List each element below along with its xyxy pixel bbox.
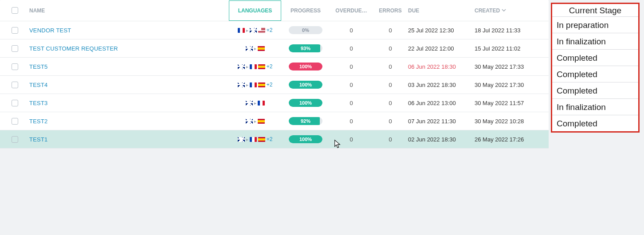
row-checkbox[interactable] (12, 136, 18, 143)
project-name-link[interactable]: TEST5 (29, 63, 47, 70)
errors-cell: 0 (373, 27, 408, 34)
due-cell: 03 Jun 2022 18:30 (408, 82, 475, 88)
project-name-cell: TEST4 (25, 82, 229, 88)
row-select-cell[interactable] (4, 27, 25, 34)
project-name-link[interactable]: TEST1 (29, 136, 47, 143)
errors-cell: 0 (373, 118, 408, 125)
row-checkbox[interactable] (12, 100, 18, 106)
row-checkbox[interactable] (12, 45, 18, 52)
col-header-name[interactable]: NAME (25, 8, 229, 14)
languages-cell[interactable]: ▸+2 (229, 136, 281, 142)
flag-fr-icon (258, 101, 265, 106)
stage-item: In preparation (552, 17, 638, 33)
errors-cell: 0 (373, 100, 408, 106)
progress-pill: 100% (289, 99, 322, 107)
project-name-link[interactable]: VENDOR TEST (29, 27, 71, 34)
created-cell: 30 May 2022 11:57 (475, 100, 541, 106)
languages-cell[interactable]: ▸ (229, 101, 281, 106)
languages-cell[interactable]: ▸ (229, 119, 281, 124)
overdue-cell: 0 (330, 82, 373, 88)
flag-fr-icon (250, 64, 257, 69)
col-header-created[interactable]: CREATED (475, 8, 541, 14)
table-header: NAME LANGUAGES PROGRESS OVERDUE… ERRORS … (0, 0, 549, 21)
flag-es-icon (258, 119, 265, 124)
project-name-link[interactable]: TEST CUSTOMER REQUESTER (29, 45, 118, 52)
flag-us-icon (258, 28, 265, 33)
arrow-right-icon: ▸ (246, 28, 248, 33)
progress-cell: 100% (281, 81, 330, 89)
chevron-down-icon (502, 8, 506, 14)
project-name-cell: TEST5 (25, 63, 229, 70)
progress-label: 100% (299, 82, 312, 87)
col-header-created-label: CREATED (475, 8, 500, 14)
more-languages-count[interactable]: +2 (267, 27, 273, 33)
created-cell: 30 May 2022 17:33 (475, 63, 541, 70)
stage-item: Completed (552, 66, 638, 82)
progress-label: 92% (301, 118, 310, 124)
more-languages-count[interactable]: +2 (267, 82, 273, 88)
project-name-cell: TEST2 (25, 118, 229, 125)
project-name-link[interactable]: TEST3 (29, 100, 47, 106)
row-select-cell[interactable] (4, 63, 25, 70)
arrow-right-icon: ▸ (254, 101, 256, 106)
row-select-cell[interactable] (4, 100, 25, 106)
row-checkbox[interactable] (12, 82, 18, 88)
flag-fr-icon (250, 82, 257, 87)
col-header-due[interactable]: DUE (408, 8, 475, 14)
languages-cell[interactable]: ▸+2 (229, 63, 281, 70)
col-header-overdue[interactable]: OVERDUE… (330, 8, 373, 14)
table-row[interactable]: TEST4▸+2100%0003 Jun 2022 18:3030 May 20… (0, 76, 549, 94)
progress-label: 100% (299, 137, 312, 142)
due-cell: 02 Jun 2022 18:30 (408, 136, 475, 143)
project-name-link[interactable]: TEST4 (29, 82, 47, 88)
project-name-cell: TEST3 (25, 100, 229, 106)
flag-uk-icon (246, 101, 253, 106)
languages-cell[interactable]: ▸+2 (229, 27, 281, 33)
row-select-cell[interactable] (4, 45, 25, 52)
flag-fr-icon (238, 28, 245, 33)
progress-pill: 100% (289, 81, 322, 89)
table-row[interactable]: TEST5▸+2100%0006 Jun 2022 18:3030 May 20… (0, 58, 549, 76)
due-cell: 06 Jun 2022 13:00 (408, 100, 475, 106)
more-languages-count[interactable]: +2 (267, 136, 273, 142)
row-checkbox[interactable] (12, 27, 18, 34)
due-cell: 06 Jun 2022 18:30 (408, 63, 475, 70)
col-header-languages[interactable]: LANGUAGES (229, 0, 281, 21)
table-row[interactable]: TEST CUSTOMER REQUESTER▸93%0022 Jul 2022… (0, 39, 549, 58)
table-row[interactable]: VENDOR TEST▸+20%0025 Jul 2022 12:3018 Ju… (0, 21, 549, 39)
created-cell: 30 May 2022 10:28 (475, 118, 541, 125)
table-row[interactable]: TEST2▸92%0007 Jun 2022 11:3030 May 2022 … (0, 112, 549, 130)
stage-item: Completed (552, 115, 638, 131)
col-header-errors[interactable]: ERRORS (373, 8, 408, 14)
created-cell: 18 Jul 2022 11:33 (475, 27, 541, 34)
row-select-cell[interactable] (4, 82, 25, 88)
created-cell: 30 May 2022 17:30 (475, 82, 541, 88)
table-row[interactable]: TEST1▸+2100%0002 Jun 2022 18:3026 May 20… (0, 130, 549, 149)
progress-label: 100% (299, 64, 312, 69)
table-row[interactable]: TEST3▸100%0006 Jun 2022 13:0030 May 2022… (0, 94, 549, 112)
row-select-cell[interactable] (4, 136, 25, 143)
select-all-checkbox[interactable] (12, 7, 18, 14)
flag-uk-icon (250, 28, 257, 33)
arrow-right-icon: ▸ (254, 46, 256, 51)
due-cell: 25 Jul 2022 12:30 (408, 27, 475, 34)
more-languages-count[interactable]: +2 (267, 63, 273, 70)
languages-cell[interactable]: ▸+2 (229, 82, 281, 88)
errors-cell: 0 (373, 136, 408, 143)
flag-uk-icon (238, 137, 245, 142)
row-checkbox[interactable] (12, 63, 18, 70)
select-all-cell[interactable] (4, 7, 25, 14)
overdue-cell: 0 (330, 45, 373, 52)
flag-es-icon (258, 46, 265, 51)
flag-uk-icon (238, 64, 245, 69)
row-select-cell[interactable] (4, 118, 25, 125)
project-name-link[interactable]: TEST2 (29, 118, 47, 125)
row-checkbox[interactable] (12, 118, 18, 125)
languages-cell[interactable]: ▸ (229, 46, 281, 51)
project-name-cell: VENDOR TEST (25, 27, 229, 34)
progress-pill: 0% (289, 26, 322, 34)
arrow-right-icon: ▸ (246, 82, 248, 87)
col-header-progress[interactable]: PROGRESS (281, 8, 330, 14)
flag-es-icon (258, 64, 265, 69)
stage-item: In finalization (552, 99, 638, 115)
